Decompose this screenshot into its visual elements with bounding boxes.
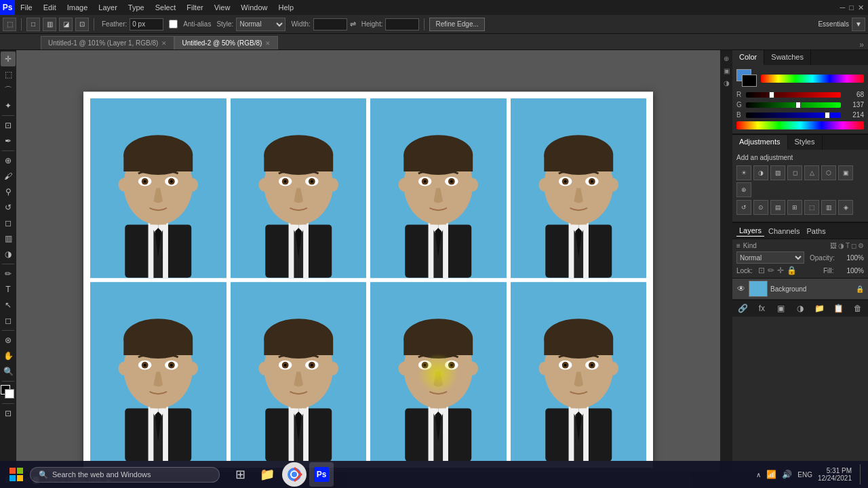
chrome-button[interactable]: [282, 462, 307, 487]
channels-tab[interactable]: Channels: [766, 226, 802, 237]
network-icon[interactable]: 📶: [766, 470, 776, 479]
lock-image-icon[interactable]: ✏: [768, 266, 774, 275]
3d-tool[interactable]: ⊛: [1, 333, 16, 348]
anti-alias-checkbox[interactable]: [169, 20, 178, 28]
move-tool[interactable]: ✛: [1, 52, 16, 66]
levels-adj-icon[interactable]: ◑: [753, 165, 768, 180]
vibrance-adj-icon[interactable]: △: [804, 165, 819, 180]
menu-type[interactable]: Type: [123, 2, 150, 13]
screen-mode[interactable]: ⊡: [1, 406, 16, 421]
gradient-tool[interactable]: ▥: [1, 231, 16, 246]
print-icon[interactable]: ⊡: [75, 18, 89, 31]
layer-item-background[interactable]: 👁 Background 🔒: [732, 279, 868, 300]
layers-tab[interactable]: Layers: [736, 225, 764, 237]
zoom-tool[interactable]: 🔍: [1, 364, 16, 379]
tab-untitled1-close[interactable]: ✕: [161, 40, 167, 47]
feather-input[interactable]: [130, 18, 163, 30]
invert-adj-icon[interactable]: ▤: [770, 200, 785, 215]
hue-gradient[interactable]: [736, 121, 864, 129]
hand-tool[interactable]: ✋: [1, 348, 16, 363]
filter-shape-icon[interactable]: ◻: [851, 242, 856, 249]
healing-brush[interactable]: ⊕: [1, 153, 16, 168]
layer-visibility-toggle[interactable]: 👁: [736, 284, 746, 293]
show-desktop-button[interactable]: [860, 464, 863, 485]
history-brush[interactable]: ↺: [1, 200, 16, 215]
menu-help[interactable]: Help: [273, 2, 299, 13]
channelmixer-adj-icon[interactable]: ↺: [736, 200, 751, 215]
delete-layer-button[interactable]: 🗑: [852, 302, 864, 314]
new-doc-icon[interactable]: □: [26, 18, 40, 31]
path-selection[interactable]: ↖: [1, 298, 16, 312]
r-thumb[interactable]: [769, 92, 774, 98]
background-color[interactable]: [742, 75, 757, 87]
color-spectrum-bar[interactable]: [761, 75, 864, 83]
brightness-adj-icon[interactable]: ☀: [736, 165, 751, 180]
filter-type-icon[interactable]: T: [846, 242, 850, 249]
menu-select[interactable]: Select: [150, 2, 182, 13]
taskbar-search-box[interactable]: 🔍 Search the web and Windows: [30, 467, 220, 483]
brush-tool[interactable]: 🖌: [1, 169, 16, 184]
lock-all-icon[interactable]: 🔒: [787, 266, 797, 275]
color-tab[interactable]: Color: [732, 50, 764, 65]
menu-image[interactable]: Image: [62, 2, 94, 13]
eyedropper-tool[interactable]: ✒: [1, 134, 16, 148]
file-explorer-button[interactable]: 📁: [255, 462, 279, 487]
styles-tab[interactable]: Styles: [788, 135, 823, 150]
paths-tab[interactable]: Paths: [804, 226, 829, 237]
start-button[interactable]: [5, 464, 27, 485]
new-group-button[interactable]: 📁: [813, 302, 825, 314]
gradient-map-adj-icon[interactable]: ▥: [821, 200, 836, 215]
add-mask-button[interactable]: ▣: [775, 302, 787, 314]
close-button[interactable]: ✕: [858, 3, 864, 12]
filter-smartobj-icon[interactable]: ⚙: [858, 242, 864, 249]
g-thumb[interactable]: [795, 102, 801, 108]
tab-untitled2[interactable]: Untitled-2 @ 50% (RGB/8) ✕: [174, 36, 278, 49]
colorbalance-adj-icon[interactable]: ▣: [838, 165, 853, 180]
b-thumb[interactable]: [825, 112, 830, 119]
marquee-tool-icon[interactable]: ⬚: [3, 18, 16, 31]
lock-position-icon[interactable]: ✛: [777, 266, 784, 275]
swap-icon[interactable]: ⇌: [350, 20, 356, 28]
layer-fx-button[interactable]: fx: [755, 302, 768, 314]
menu-file[interactable]: File: [15, 2, 38, 13]
lock-pixels-icon[interactable]: ⊡: [758, 266, 765, 275]
filter-adj-icon[interactable]: ◑: [838, 242, 844, 249]
filter-pixel-icon[interactable]: 🖼: [830, 242, 837, 249]
width-input[interactable]: [313, 18, 347, 30]
menu-window[interactable]: Window: [235, 2, 273, 13]
link-layers-button[interactable]: 🔗: [736, 302, 749, 314]
menu-filter[interactable]: Filter: [181, 2, 208, 13]
marquee-tool[interactable]: ⬚: [1, 67, 16, 82]
eraser-tool[interactable]: ◻: [1, 216, 16, 230]
minimize-button[interactable]: ─: [840, 3, 846, 12]
refine-edge-button[interactable]: Refine Edge...: [429, 18, 484, 31]
open-icon[interactable]: ▥: [43, 18, 56, 31]
photoshop-taskbar-button[interactable]: Ps: [309, 462, 334, 487]
menu-layer[interactable]: Layer: [93, 2, 123, 13]
history-icon[interactable]: ▣: [721, 65, 732, 76]
selective-color-adj-icon[interactable]: ◈: [838, 200, 853, 215]
lasso-tool[interactable]: ⌒: [1, 83, 16, 98]
pen-tool[interactable]: ✏: [1, 266, 16, 281]
magic-wand-tool[interactable]: ✦: [1, 98, 16, 113]
tab-untitled1[interactable]: Untitled-1 @ 101% (Layer 1, RGB/8) ✕: [41, 36, 174, 49]
add-adjustment-layer-button[interactable]: ◑: [794, 302, 806, 314]
hsl-adj-icon[interactable]: ⬡: [821, 165, 836, 180]
crop-tool[interactable]: ⊡: [1, 118, 16, 133]
dodge-tool[interactable]: ◑: [1, 247, 16, 262]
clone-stamp[interactable]: ⚲: [1, 184, 16, 199]
color-sampler-icon[interactable]: ⊕: [721, 53, 732, 64]
maximize-button[interactable]: □: [849, 3, 854, 12]
panel-collapse-button[interactable]: »: [855, 40, 868, 49]
photofilter-adj-icon[interactable]: ⊕: [736, 182, 751, 197]
swatches-tab[interactable]: Swatches: [764, 50, 811, 65]
r-slider[interactable]: [746, 92, 841, 98]
adjustments-tab[interactable]: Adjustments: [732, 135, 788, 150]
save-icon[interactable]: ◪: [59, 18, 73, 31]
threshold-adj-icon[interactable]: ⬚: [804, 200, 819, 215]
shape-tool[interactable]: ◻: [1, 313, 16, 328]
menu-view[interactable]: View: [209, 2, 236, 13]
b-slider[interactable]: [746, 113, 841, 118]
tab-untitled2-close[interactable]: ✕: [265, 40, 271, 47]
curves-adj-icon[interactable]: ▨: [770, 165, 785, 180]
